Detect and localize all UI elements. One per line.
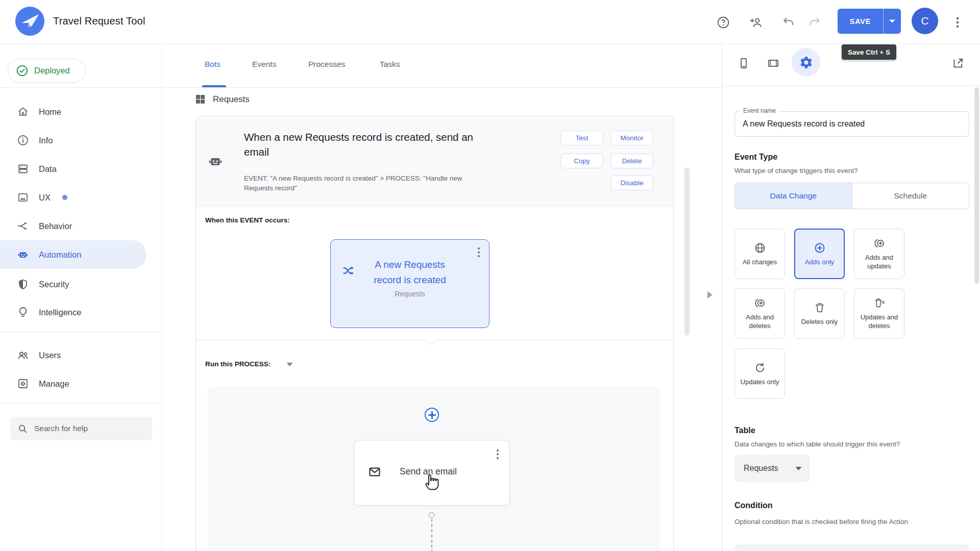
sidebar: Deployed Home Info Data UX Behavior Auto…	[0, 44, 162, 551]
avatar[interactable]: C	[912, 8, 938, 34]
panel-collapse-handle-icon[interactable]	[707, 291, 713, 299]
option-updates-only[interactable]: Updates only	[734, 348, 785, 399]
globe-icon	[754, 242, 766, 254]
more-menu-icon[interactable]	[951, 16, 964, 29]
sidebar-item-behavior[interactable]: Behavior	[0, 212, 146, 240]
undo-icon[interactable]	[782, 16, 795, 29]
option-adds-and-deletes[interactable]: Adds and deletes	[734, 288, 785, 339]
help-search-input[interactable]: Search for help	[10, 417, 152, 440]
option-adds-and-updates[interactable]: Adds and updates	[854, 229, 904, 279]
tab-bots[interactable]: Bots	[205, 60, 220, 69]
tab-processes[interactable]: Processes	[308, 60, 345, 69]
manage-gear-icon	[17, 378, 29, 390]
panel-body: Event name A new Requests record is crea…	[734, 44, 969, 551]
sidebar-item-label: Behavior	[39, 221, 72, 231]
save-button[interactable]: SAVE	[838, 9, 883, 34]
tab-tasks[interactable]: Tasks	[380, 60, 400, 69]
avatar-initial: C	[921, 15, 928, 27]
paper-plane-icon	[15, 7, 44, 36]
panel-scrollbar-thumb[interactable]	[974, 87, 979, 284]
sidebar-item-security[interactable]: Security	[0, 270, 146, 298]
event-type-question: What type of change triggers this event?	[734, 167, 858, 174]
settings-panel: Save Ctrl + S Event name A new Requests …	[722, 44, 980, 551]
split-arrows-icon	[17, 220, 29, 232]
divider	[163, 87, 722, 88]
save-tooltip: Save Ctrl + S	[842, 44, 896, 60]
database-icon	[17, 163, 29, 175]
event-node-menu-icon[interactable]	[474, 246, 484, 259]
sidebar-item-label: Users	[39, 350, 61, 360]
sidebar-item-intelligence[interactable]: Intelligence	[0, 298, 146, 327]
check-circle-icon	[16, 64, 29, 77]
step-menu-icon[interactable]	[493, 448, 503, 461]
sidebar-item-home[interactable]: Home	[0, 97, 146, 126]
event-name-field[interactable]: Event name A new Requests record is crea…	[734, 111, 969, 137]
bot-subtitle: EVENT: "A new Requests record is created…	[244, 173, 474, 193]
breadcrumb-label: Requests	[213, 94, 250, 105]
option-label: Updates and deletes	[854, 313, 904, 330]
sidebar-item-label: Intelligence	[39, 308, 81, 317]
copy-button[interactable]: Copy	[560, 154, 603, 168]
divider	[0, 403, 162, 404]
caret-down-icon	[795, 466, 802, 471]
disable-button[interactable]: Disable	[610, 176, 653, 190]
process-panel: Send an email	[208, 387, 660, 551]
sidebar-item-label: Info	[39, 136, 53, 145]
add-step-button[interactable]	[425, 408, 439, 422]
sidebar-item-info[interactable]: Info	[0, 126, 146, 155]
refresh-icon	[754, 362, 766, 374]
deployed-status-badge[interactable]: Deployed	[8, 59, 86, 83]
event-node-table: Requests	[331, 290, 489, 298]
add-update-icon	[873, 237, 886, 249]
option-label: Updates only	[741, 378, 779, 386]
option-updates-and-deletes[interactable]: Updates and deletes	[854, 288, 904, 339]
table-select-value: Requests	[744, 464, 795, 473]
shield-icon	[17, 278, 29, 290]
option-adds-only[interactable]: Adds only	[794, 229, 845, 279]
help-icon[interactable]	[717, 16, 730, 29]
add-user-icon[interactable]	[749, 16, 763, 29]
canvas-scrollbar-thumb[interactable]	[684, 167, 690, 336]
redo-icon[interactable]	[808, 16, 821, 29]
breadcrumb[interactable]: Requests	[195, 94, 250, 105]
event-type-segmented-control: Data Change Schedule	[734, 183, 969, 209]
save-split-button: SAVE	[838, 9, 901, 34]
connector-dashed-line	[431, 519, 432, 551]
robot-icon	[17, 248, 29, 261]
table-select[interactable]: Requests	[734, 455, 810, 482]
condition-expression-field[interactable]	[734, 544, 969, 551]
lightbulb-icon	[17, 306, 29, 318]
app-logo[interactable]	[15, 7, 44, 36]
event-type-heading: Event Type	[734, 153, 777, 162]
app-title: Travel Request Tool	[53, 15, 145, 27]
ux-notification-dot	[62, 195, 67, 200]
sidebar-item-ux[interactable]: UX	[0, 183, 146, 212]
process-dropdown-caret-icon[interactable]	[286, 362, 293, 367]
condition-heading: Condition	[734, 501, 773, 510]
trash-update-icon	[873, 297, 886, 309]
sidebar-item-users[interactable]: Users	[0, 341, 146, 369]
save-options-button[interactable]	[883, 9, 901, 34]
users-icon	[17, 349, 29, 361]
sidebar-item-data[interactable]: Data	[0, 155, 146, 183]
delete-button[interactable]: Delete	[610, 154, 653, 168]
option-all-changes[interactable]: All changes	[734, 229, 785, 279]
segment-data-change[interactable]: Data Change	[735, 183, 852, 209]
segment-schedule[interactable]: Schedule	[852, 183, 969, 209]
sidebar-item-label: UX	[39, 193, 51, 203]
send-email-step[interactable]: Send an email	[354, 440, 509, 506]
test-button[interactable]: Test	[560, 131, 603, 145]
monitor-button[interactable]: Monitor	[610, 131, 653, 145]
search-icon	[17, 423, 28, 434]
tab-events[interactable]: Events	[252, 60, 276, 69]
bot-title: When a new Requests record is created, s…	[244, 130, 494, 159]
option-label: All changes	[743, 258, 777, 266]
option-deletes-only[interactable]: Deletes only	[794, 288, 845, 339]
sidebar-item-automation[interactable]: Automation	[0, 240, 146, 269]
sidebar-item-label: Home	[39, 107, 61, 117]
sidebar-item-manage[interactable]: Manage	[0, 369, 146, 398]
event-node[interactable]: A new Requests record is created Request…	[330, 239, 489, 328]
add-circle-icon	[814, 242, 826, 254]
add-delete-icon	[754, 297, 766, 309]
plus-icon	[428, 411, 436, 419]
